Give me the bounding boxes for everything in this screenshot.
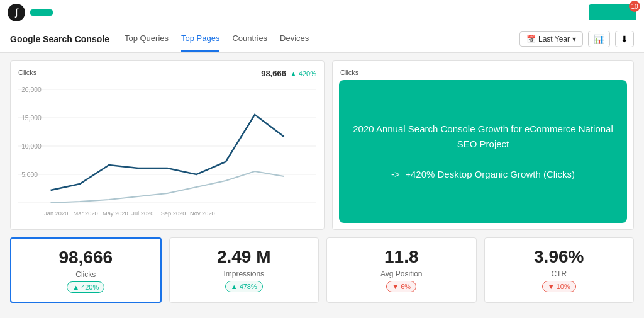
svg-text:Nov 2020: Nov 2020 [190,210,215,217]
svg-text:Sep 2020: Sep 2020 [161,210,186,217]
metric-badge-clicks: ▲ 420% [67,281,104,293]
tab-devices[interactable]: Devices [280,26,309,52]
chart-stats: 98,666 ▲ 420% [261,69,316,78]
tab-top-queries[interactable]: Top Queries [125,26,169,52]
top-bar-right: 10 [589,4,636,20]
secondary-nav: Google Search Console Top Queries Top Pa… [0,25,644,53]
metric-label-clicks: Clicks [75,270,96,279]
line-chart-svg: 20,000 15,000 10,000 5,000 Jan 2020 Mar … [18,83,316,222]
nav-tabs: Top Queries Top Pages Countries Devices [125,26,309,52]
download-icon-button[interactable]: ⬇ [615,31,634,47]
top-bar-left: ʃ [8,4,53,21]
left-chart-panel: Clicks 98,666 ▲ 420% 20,000 15,000 [10,60,325,230]
date-filter[interactable]: 📅 Last Year ▾ [519,31,583,47]
top-bar: ʃ 10 [0,0,644,25]
svg-text:May 2020: May 2020 [103,210,128,217]
secondary-nav-right: 📅 Last Year ▾ 📊 ⬇ [519,31,634,47]
svg-text:20,000: 20,000 [21,86,42,93]
metric-label-ctr: CTR [551,270,567,278]
charts-row: Clicks 98,666 ▲ 420% 20,000 15,000 [10,60,634,230]
chart-header: Clicks 98,666 ▲ 420% [18,69,316,78]
svg-text:Jul 2020: Jul 2020 [131,210,153,217]
metric-card-clicks: 98,666 Clicks ▲ 420% [10,237,162,303]
tab-countries[interactable]: Countries [232,26,267,52]
date-filter-label: Last Year [538,35,570,43]
right-chart-panel: Clicks 2020 Annual Search Console Growth… [332,60,634,230]
tooltip-text: 2020 Annual Search Console Growth for eC… [352,122,614,182]
chart-icon-button[interactable]: 📊 [588,31,610,47]
metric-card-impressions: 2.49 M Impressions ▲ 478% [169,237,319,303]
tooltip-overlay: 2020 Annual Search Console Growth for eC… [339,80,627,223]
metric-value-ctr: 3.96% [534,247,584,267]
svg-text:10,000: 10,000 [21,143,42,150]
metric-value-clicks: 98,666 [58,247,113,268]
right-panel-label: Clicks [340,69,626,76]
metric-badge-avg-position: ▼ 6% [386,281,416,292]
svg-text:5,000: 5,000 [21,171,38,178]
chart-area: 20,000 15,000 10,000 5,000 Jan 2020 Mar … [18,83,316,222]
metric-value-impressions: 2.49 M [217,247,271,267]
svg-text:Jan 2020: Jan 2020 [44,210,68,217]
left-chart-label: Clicks [18,69,36,76]
metric-card-ctr: 3.96% CTR ▼ 10% [484,237,635,303]
metric-label-avg-position: Avg Position [380,270,423,278]
chevron-down-icon: ▾ [572,35,576,43]
metric-badge-impressions: ▲ 478% [225,281,263,292]
chart-pct-change: ▲ 420% [290,70,316,77]
svg-text:15,000: 15,000 [21,115,42,122]
secondary-nav-left: Google Search Console Top Queries Top Pa… [10,26,309,52]
tab-top-pages[interactable]: Top Pages [181,26,219,52]
logo-icon: ʃ [8,4,25,21]
green-button[interactable] [30,9,53,16]
main-content: Clicks 98,666 ▲ 420% 20,000 15,000 [0,53,644,310]
metric-card-avg-position: 11.8 Avg Position ▼ 6% [326,237,477,303]
metric-badge-ctr: ▼ 10% [542,281,576,292]
metric-value-avg-position: 11.8 [384,247,419,267]
notification-badge: 10 [629,1,640,12]
app-title: Google Search Console [10,34,109,44]
chart-main-value: 98,666 [261,69,286,78]
metrics-row: 98,666 Clicks ▲ 420% 2.49 M Impressions … [10,237,634,303]
calendar-icon: 📅 [526,35,536,43]
metric-label-impressions: Impressions [223,270,264,278]
svg-text:Mar 2020: Mar 2020 [74,210,98,217]
